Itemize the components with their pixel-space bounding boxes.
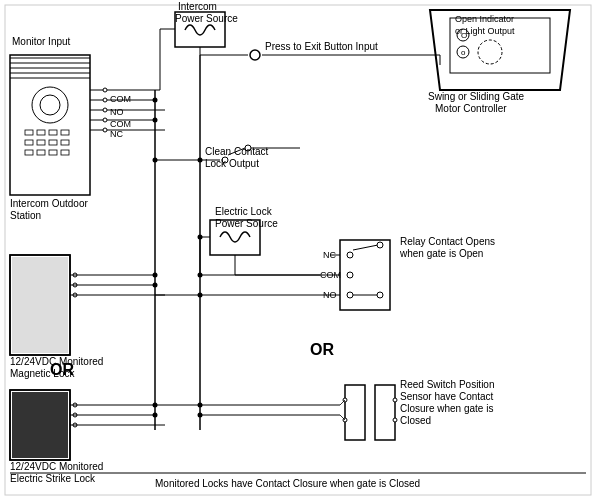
svg-point-59 [198, 158, 203, 163]
svg-point-127 [393, 398, 397, 402]
svg-text:or Light Output: or Light Output [455, 26, 515, 36]
svg-point-128 [393, 418, 397, 422]
svg-text:Station: Station [10, 210, 41, 221]
svg-text:Press to Exit Button Input: Press to Exit Button Input [265, 41, 378, 52]
svg-text:Electric Strike Lock: Electric Strike Lock [10, 473, 96, 484]
svg-point-58 [153, 158, 158, 163]
svg-text:Electric Lock: Electric Lock [215, 206, 273, 217]
svg-text:when gate is Open: when gate is Open [399, 248, 483, 259]
svg-point-29 [103, 118, 107, 122]
svg-point-120 [198, 273, 203, 278]
svg-text:Reed Switch Position: Reed Switch Position [400, 379, 495, 390]
svg-point-51 [153, 98, 158, 103]
svg-point-52 [153, 118, 158, 123]
svg-point-79 [153, 283, 158, 288]
svg-point-30 [103, 128, 107, 132]
svg-text:Closed: Closed [400, 415, 431, 426]
svg-text:12/24VDC Monitored: 12/24VDC Monitored [10, 356, 103, 367]
svg-text:Monitored Locks have Contact C: Monitored Locks have Contact Closure whe… [155, 478, 420, 489]
svg-text:Monitor Input: Monitor Input [12, 36, 71, 47]
svg-text:OR: OR [310, 341, 334, 358]
svg-point-121 [198, 293, 203, 298]
wiring-diagram: COM NO COM NC [0, 0, 596, 500]
svg-text:Power Source: Power Source [175, 13, 238, 24]
svg-point-113 [347, 272, 353, 278]
svg-text:Intercom: Intercom [178, 1, 217, 12]
svg-text:Power Source: Power Source [215, 218, 278, 229]
svg-point-78 [153, 273, 158, 278]
svg-text:Clean Contact: Clean Contact [205, 146, 269, 157]
svg-text:Relay Contact Opens: Relay Contact Opens [400, 236, 495, 247]
svg-point-28 [103, 108, 107, 112]
svg-point-65 [198, 235, 203, 240]
svg-text:NO: NO [110, 107, 124, 117]
svg-text:Motor Controller: Motor Controller [435, 103, 507, 114]
svg-text:Intercom Outdoor: Intercom Outdoor [10, 198, 88, 209]
svg-rect-1 [10, 55, 90, 195]
svg-point-116 [377, 292, 383, 298]
svg-point-26 [103, 88, 107, 92]
svg-point-132 [198, 403, 203, 408]
svg-text:Lock Output: Lock Output [205, 158, 259, 169]
svg-point-112 [377, 242, 383, 248]
svg-point-27 [103, 98, 107, 102]
svg-text:Sensor have Contact: Sensor have Contact [400, 391, 494, 402]
svg-point-110 [347, 252, 353, 258]
svg-text:COM: COM [110, 94, 131, 104]
svg-text:Closure when gate is: Closure when gate is [400, 403, 493, 414]
svg-point-133 [198, 413, 203, 418]
svg-point-36 [250, 50, 260, 60]
svg-text:Magnetic Lock: Magnetic Lock [10, 368, 75, 379]
svg-rect-67 [12, 257, 68, 353]
svg-text:Swing or Sliding Gate: Swing or Sliding Gate [428, 91, 525, 102]
svg-point-94 [153, 413, 158, 418]
svg-text:Open Indicator: Open Indicator [455, 14, 514, 24]
svg-rect-82 [12, 392, 68, 458]
svg-text:12/24VDC Monitored: 12/24VDC Monitored [10, 461, 103, 472]
svg-point-114 [347, 292, 353, 298]
svg-text:o: o [461, 48, 466, 57]
